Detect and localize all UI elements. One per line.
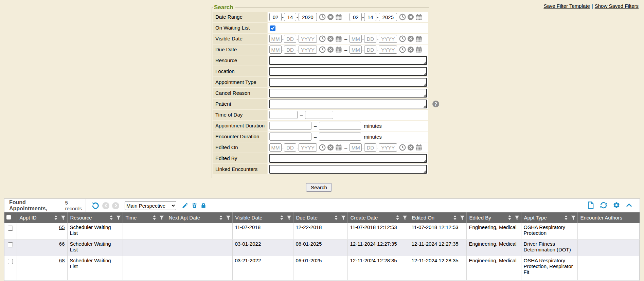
sort-icon[interactable] [396, 215, 399, 220]
filter-icon[interactable] [226, 215, 231, 220]
search-button[interactable]: Search [306, 183, 332, 192]
time-of-day-from-input[interactable] [269, 111, 298, 119]
visible-date-to-year-input[interactable] [379, 35, 397, 43]
clock-icon[interactable] [399, 46, 406, 53]
edited-by-input[interactable] [269, 154, 427, 163]
calendar-icon[interactable] [415, 35, 422, 42]
clear-icon[interactable] [407, 46, 414, 53]
sort-icon[interactable] [334, 215, 338, 220]
clock-icon[interactable] [319, 14, 326, 20]
row-checkbox[interactable] [8, 259, 13, 264]
edited-on-from-year-input[interactable] [299, 143, 317, 152]
encounter-duration-max-input[interactable] [319, 133, 361, 141]
perspective-select[interactable]: Main Perspective [125, 201, 176, 210]
edited-on-to-year-input[interactable] [379, 143, 397, 152]
select-all-checkbox[interactable] [6, 215, 11, 219]
on-waiting-list-checkbox[interactable] [270, 25, 275, 31]
help-icon[interactable]: ? [432, 101, 439, 107]
sort-icon[interactable] [219, 215, 223, 220]
undo-icon[interactable] [91, 201, 100, 210]
collapse-icon[interactable] [625, 202, 633, 210]
clear-icon[interactable] [327, 14, 334, 20]
sort-icon[interactable] [508, 215, 512, 220]
clear-icon[interactable] [327, 46, 334, 53]
edited-on-from-day-input[interactable] [284, 143, 296, 152]
patient-input[interactable] [269, 100, 427, 108]
clock-icon[interactable] [319, 35, 326, 42]
location-input[interactable] [269, 67, 427, 76]
clock-icon[interactable] [399, 144, 406, 151]
calendar-icon[interactable] [415, 144, 422, 151]
refresh-icon[interactable] [600, 201, 608, 210]
clear-icon[interactable] [327, 144, 334, 151]
filter-icon[interactable] [61, 215, 66, 220]
clock-icon[interactable] [399, 14, 406, 20]
lock-icon[interactable] [200, 202, 207, 209]
pencil-icon[interactable] [182, 202, 189, 209]
date-range-to-year-input[interactable] [379, 13, 397, 21]
sort-icon[interactable] [564, 215, 568, 220]
calendar-icon[interactable] [415, 46, 422, 53]
filter-icon[interactable] [159, 215, 164, 220]
cancel-reason-input[interactable] [269, 89, 427, 98]
clear-icon[interactable] [327, 35, 334, 42]
calendar-icon[interactable] [335, 14, 342, 20]
due-date-to-day-input[interactable] [364, 46, 376, 54]
gear-icon[interactable] [613, 201, 620, 210]
appt-id-link[interactable]: 66 [59, 241, 65, 247]
filter-icon[interactable] [515, 215, 519, 220]
due-date-to-month-input[interactable] [350, 46, 362, 54]
calendar-icon[interactable] [335, 144, 342, 151]
row-checkbox[interactable] [8, 226, 13, 231]
visible-date-from-year-input[interactable] [299, 35, 317, 43]
trash-icon[interactable] [191, 202, 198, 209]
clock-icon[interactable] [319, 144, 326, 151]
filter-icon[interactable] [571, 215, 576, 220]
edited-on-to-day-input[interactable] [364, 143, 376, 152]
date-range-to-month-input[interactable] [350, 13, 362, 21]
date-range-from-day-input[interactable] [284, 13, 296, 21]
time-of-day-to-input[interactable] [305, 111, 333, 119]
visible-date-to-day-input[interactable] [364, 35, 376, 43]
appt-id-link[interactable]: 68 [59, 258, 65, 263]
filter-icon[interactable] [402, 215, 407, 220]
sort-icon[interactable] [280, 215, 284, 220]
filter-icon[interactable] [287, 215, 291, 220]
encounter-duration-min-input[interactable] [269, 133, 311, 141]
due-date-from-month-input[interactable] [269, 46, 282, 54]
sort-icon[interactable] [54, 215, 58, 220]
sort-icon[interactable] [153, 215, 156, 220]
due-date-from-day-input[interactable] [284, 46, 296, 54]
new-document-icon[interactable] [587, 201, 594, 210]
resource-input[interactable] [269, 56, 427, 65]
visible-date-from-month-input[interactable] [269, 35, 282, 43]
edited-on-to-month-input[interactable] [350, 143, 362, 152]
visible-date-from-day-input[interactable] [284, 35, 296, 43]
row-checkbox[interactable] [8, 242, 13, 247]
save-filter-template-link[interactable]: Save Filter Template [543, 3, 590, 9]
appt-id-link[interactable]: 65 [59, 224, 65, 230]
clock-icon[interactable] [399, 35, 406, 42]
linked-encounters-input[interactable] [269, 165, 427, 174]
appointment-duration-min-input[interactable] [269, 122, 311, 130]
clear-icon[interactable] [407, 144, 414, 151]
next-icon[interactable] [112, 202, 119, 209]
due-date-to-year-input[interactable] [379, 46, 397, 54]
visible-date-to-month-input[interactable] [350, 35, 362, 43]
date-range-from-year-input[interactable] [299, 13, 317, 21]
calendar-icon[interactable] [335, 46, 342, 53]
sort-icon[interactable] [109, 215, 113, 220]
calendar-icon[interactable] [335, 35, 342, 42]
sort-icon[interactable] [453, 215, 457, 220]
date-range-from-month-input[interactable] [269, 13, 282, 21]
due-date-from-year-input[interactable] [299, 46, 317, 54]
filter-icon[interactable] [116, 215, 121, 220]
appointment-type-input[interactable] [269, 78, 427, 87]
show-saved-filters-link[interactable]: Show Saved Filters [595, 3, 639, 9]
filter-icon[interactable] [341, 215, 346, 220]
clear-icon[interactable] [407, 14, 414, 20]
clear-icon[interactable] [407, 35, 414, 42]
previous-icon[interactable] [102, 202, 109, 209]
edited-on-from-month-input[interactable] [269, 143, 282, 152]
date-range-to-day-input[interactable] [364, 13, 376, 21]
